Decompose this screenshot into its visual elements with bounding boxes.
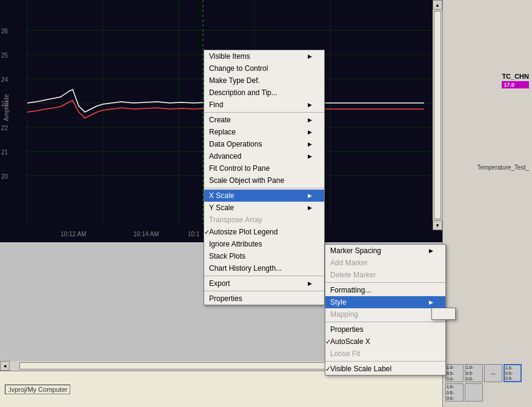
xscale-sep-3 bbox=[325, 361, 445, 362]
scale-box-2[interactable]: 1.0-0.5-0.0- bbox=[465, 364, 483, 382]
menu-properties[interactable]: Properties bbox=[204, 293, 324, 305]
menu-mapping: Mapping bbox=[325, 308, 445, 320]
tc-value: 17.0 bbox=[502, 81, 529, 88]
svg-text:22: 22 bbox=[1, 125, 8, 131]
svg-text:20: 20 bbox=[1, 173, 8, 180]
path-label: .lvproj/My Computer bbox=[5, 385, 70, 394]
menu-scale-object[interactable]: Scale Object with Pane bbox=[204, 174, 324, 187]
submenu-arrow-yscale: ▶ bbox=[308, 205, 312, 211]
menu-properties-x[interactable]: Properties bbox=[325, 323, 445, 336]
menu-x-scale[interactable]: X Scale ▶ bbox=[204, 190, 324, 202]
vscroll-down-button[interactable]: ▼ bbox=[433, 220, 442, 230]
separator-3 bbox=[204, 276, 324, 276]
svg-text:10:1: 10:1 bbox=[188, 231, 200, 237]
submenu-arrow-find: ▶ bbox=[308, 102, 312, 108]
menu-loose-fit: Loose Fit bbox=[325, 348, 445, 360]
style-submenu bbox=[431, 308, 456, 320]
svg-text:24: 24 bbox=[1, 76, 8, 83]
menu-find[interactable]: Find ▶ bbox=[204, 99, 324, 111]
submenu-arrow-export: ▶ bbox=[308, 280, 312, 286]
vscroll-up-button[interactable]: ▲ bbox=[433, 0, 442, 10]
menu-stack-plots[interactable]: Stack Plots bbox=[204, 250, 324, 262]
menu-transpose-array: Transpose Array bbox=[204, 214, 324, 226]
menu-delete-marker: Delete Marker bbox=[325, 269, 445, 281]
primary-context-menu: Visible Items ▶ Change to Control Make T… bbox=[204, 50, 325, 305]
submenu-arrow-replace: ▶ bbox=[308, 129, 312, 135]
menu-add-marker: Add Marker bbox=[325, 257, 445, 269]
menu-autoscale-x[interactable]: ✓ AutoScale X bbox=[325, 336, 445, 348]
menu-marker-spacing[interactable]: Marker Spacing ▶ bbox=[325, 245, 445, 257]
separator-2 bbox=[204, 188, 324, 188]
menu-visible-items[interactable]: Visible Items ▶ bbox=[204, 50, 324, 62]
checkmark-autosize: ✓ bbox=[204, 228, 210, 236]
svg-text:25: 25 bbox=[1, 52, 8, 59]
menu-replace[interactable]: Replace ▶ bbox=[204, 126, 324, 138]
menu-autosize-legend[interactable]: ✓ Autosize Plot Legend bbox=[204, 226, 324, 238]
submenu-arrow-create: ▶ bbox=[308, 117, 312, 123]
bottom-bar: .lvproj/My Computer bbox=[0, 371, 442, 407]
menu-description-tip[interactable]: Description and Tip... bbox=[204, 87, 324, 99]
menu-formatting[interactable]: Formatting... bbox=[325, 284, 445, 296]
menu-export[interactable]: Export ▶ bbox=[204, 277, 324, 290]
submenu-arrow-xscale: ▶ bbox=[308, 193, 312, 199]
menu-style[interactable]: Style ▶ bbox=[325, 296, 445, 308]
svg-text:21: 21 bbox=[1, 149, 8, 156]
svg-text:Amplitude: Amplitude bbox=[3, 94, 10, 121]
vertical-scrollbar[interactable]: ▲ ▼ bbox=[433, 0, 442, 230]
menu-create[interactable]: Create ▶ bbox=[204, 114, 324, 126]
menu-change-to-control[interactable]: Change to Control bbox=[204, 62, 324, 74]
menu-advanced[interactable]: Advanced ▶ bbox=[204, 150, 324, 162]
submenu-arrow-visible-items: ▶ bbox=[308, 53, 312, 59]
menu-y-scale[interactable]: Y Scale ▶ bbox=[204, 202, 324, 214]
menu-make-type-def[interactable]: Make Type Def. bbox=[204, 74, 324, 87]
xscale-sep-2 bbox=[325, 322, 445, 322]
xscale-submenu: Marker Spacing ▶ Add Marker Delete Marke… bbox=[325, 244, 446, 376]
vscroll-thumb[interactable] bbox=[434, 11, 441, 219]
menu-fit-control[interactable]: Fit Control to Pane bbox=[204, 162, 324, 174]
menu-chart-history[interactable]: Chart History Length... bbox=[204, 262, 324, 274]
xscale-sep-1 bbox=[325, 282, 445, 283]
scale-box-4[interactable]: 1.0-0.5-0.0- bbox=[504, 364, 522, 382]
separator-4 bbox=[204, 291, 324, 291]
menu-ignore-attributes[interactable]: Ignore Attributes bbox=[204, 238, 324, 250]
svg-text:10:12 AM: 10:12 AM bbox=[61, 231, 86, 237]
submenu-arrow-data-ops: ▶ bbox=[308, 141, 312, 147]
right-panel: TC_CHN 17.0 Temperature_Test_ 1.0-0.5-0.… bbox=[442, 0, 532, 407]
submenu-arrow-advanced: ▶ bbox=[308, 153, 312, 159]
scale-box-6[interactable] bbox=[465, 383, 483, 402]
separator-1 bbox=[204, 112, 324, 113]
tc-chn-label: TC_CHN 17.0 bbox=[502, 73, 529, 88]
submenu-arrow-style: ▶ bbox=[429, 299, 433, 305]
scale-box-5[interactable]: 1.0-0.5-0.0- bbox=[445, 383, 464, 402]
scale-box-3[interactable]: — bbox=[484, 364, 502, 382]
temp-test-label: Temperature_Test_ bbox=[477, 164, 529, 171]
svg-text:10:14 AM: 10:14 AM bbox=[133, 231, 159, 237]
menu-visible-scale-label[interactable]: ✓ Visible Scale Label bbox=[325, 363, 445, 375]
svg-text:26: 26 bbox=[1, 28, 8, 35]
checkmark-autoscale-x: ✓ bbox=[325, 338, 331, 346]
hscroll-left-button[interactable]: ◄ bbox=[0, 361, 10, 371]
scale-box-1[interactable]: 1.0-0.5-0.0- bbox=[445, 364, 464, 382]
menu-data-operations[interactable]: Data Operations ▶ bbox=[204, 138, 324, 150]
checkmark-visible-scale: ✓ bbox=[325, 365, 331, 373]
submenu-arrow-marker-spacing: ▶ bbox=[429, 248, 433, 254]
